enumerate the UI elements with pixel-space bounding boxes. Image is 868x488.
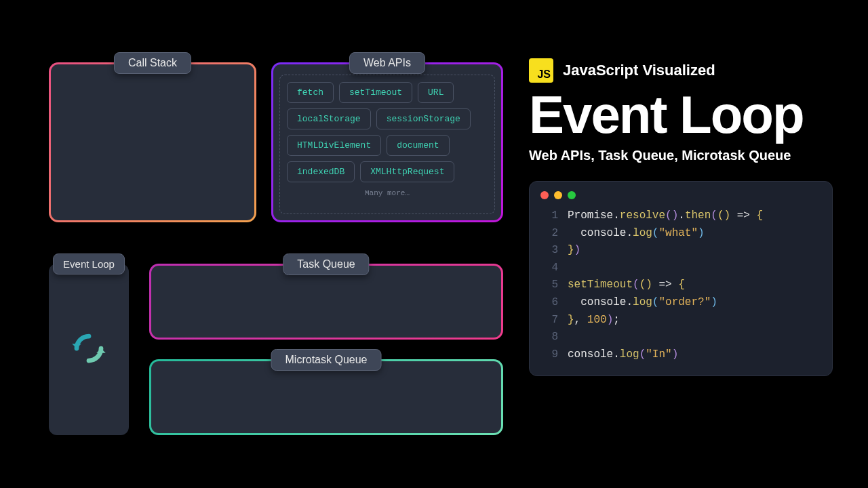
web-api-chip: document	[387, 135, 449, 156]
js-logo-icon: JS	[529, 58, 553, 83]
task-queue-panel: Task Queue	[149, 264, 503, 340]
line-number: 4	[540, 260, 558, 277]
web-api-chip: indexedDB	[287, 161, 355, 182]
code-line: console.log("what")	[568, 225, 821, 243]
call-stack-panel: Call Stack	[49, 62, 256, 222]
subhead: Web APIs, Task Queue, Microtask Queue	[529, 148, 833, 163]
call-stack-body	[51, 64, 254, 220]
right-column: JS JavaScript Visualized Event Loop Web …	[529, 58, 833, 376]
web-api-chip: XMLHttpRequest	[360, 161, 454, 182]
line-number: 7	[540, 312, 558, 329]
microtask-queue-label: Microtask Queue	[271, 349, 382, 371]
task-queue-label: Task Queue	[283, 253, 369, 275]
microtask-queue-body	[151, 361, 501, 433]
code-block: 1Promise.resolve().then(() => {2 console…	[540, 207, 821, 363]
web-api-chip: fetch	[287, 82, 334, 103]
web-api-chip: setTimeout	[339, 82, 412, 103]
web-apis-body: fetchsetTimeoutURLlocalStoragesessionSto…	[273, 64, 501, 220]
code-line: Promise.resolve().then(() => {	[568, 207, 821, 225]
line-number: 6	[540, 294, 558, 312]
code-line	[568, 329, 821, 346]
web-apis-label: Web APIs	[349, 52, 425, 74]
microtask-queue-panel: Microtask Queue	[149, 359, 503, 435]
call-stack-label: Call Stack	[114, 52, 191, 74]
web-api-more: Many more…	[287, 188, 488, 197]
minimize-icon	[554, 191, 562, 199]
web-api-chip: HTMLDivElement	[287, 135, 381, 156]
line-number: 5	[540, 277, 558, 294]
code-line: console.log("order?")	[568, 294, 821, 312]
code-line: console.log("In")	[568, 346, 821, 364]
line-number: 2	[540, 225, 558, 243]
web-api-chip: localStorage	[287, 108, 371, 129]
code-line: }, 100);	[568, 312, 821, 329]
web-apis-panel: Web APIs fetchsetTimeoutURLlocalStorages…	[271, 62, 503, 222]
event-loop-panel: Event Loop	[49, 264, 129, 435]
web-api-chip: URL	[418, 82, 454, 103]
window-controls	[540, 191, 821, 199]
line-number: 1	[540, 207, 558, 225]
line-number: 3	[540, 242, 558, 260]
brand-row: JS JavaScript Visualized	[529, 58, 833, 83]
code-editor: 1Promise.resolve().then(() => {2 console…	[529, 181, 833, 376]
line-number: 9	[540, 346, 558, 364]
maximize-icon	[568, 191, 576, 199]
code-line	[568, 260, 821, 277]
code-line: })	[568, 242, 821, 260]
task-queue-body	[151, 266, 501, 338]
refresh-loop-icon	[71, 330, 107, 369]
close-icon	[540, 191, 549, 199]
diagram-canvas: Call Stack Web APIs fetchsetTimeoutURLlo…	[0, 0, 868, 488]
headline: Event Loop	[529, 89, 833, 140]
web-apis-grid: fetchsetTimeoutURLlocalStoragesessionSto…	[279, 75, 495, 214]
web-api-chip: sessionStorage	[376, 108, 471, 129]
brand-text: JavaScript Visualized	[563, 62, 715, 79]
line-number: 8	[540, 329, 558, 346]
event-loop-label: Event Loop	[53, 253, 125, 274]
code-line: setTimeout(() => {	[568, 277, 821, 294]
